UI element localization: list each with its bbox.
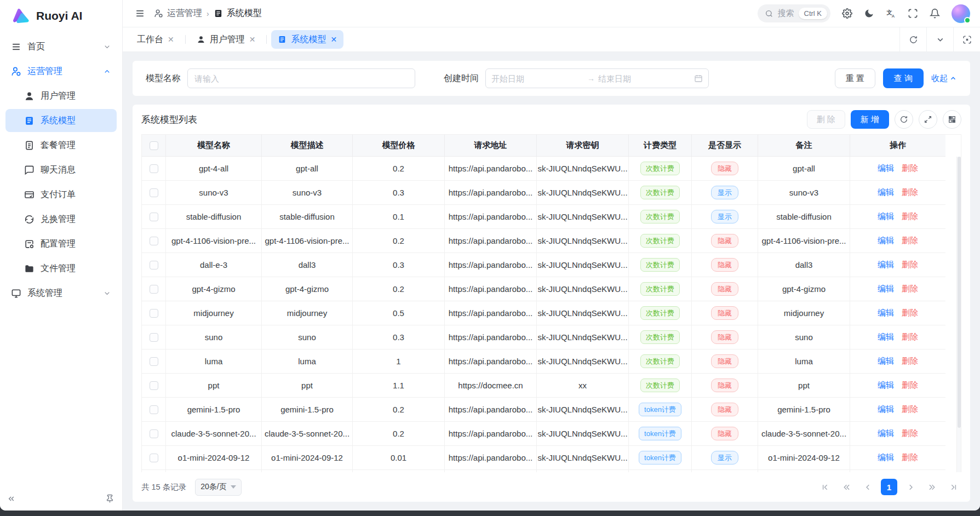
prev-5-pages-button[interactable] [838, 479, 855, 495]
settings-button[interactable] [842, 8, 852, 19]
row-checkbox[interactable] [150, 357, 158, 366]
breadcrumb-system-model[interactable]: 系统模型 [214, 8, 262, 19]
sidebar-item-config-mgmt[interactable]: 配置管理 [5, 232, 117, 255]
next-5-pages-button[interactable] [924, 479, 940, 495]
prev-page-button[interactable] [859, 479, 876, 495]
edit-link[interactable]: 编辑 [878, 332, 894, 342]
add-button[interactable]: 新 增 [851, 110, 889, 129]
end-date-input[interactable] [598, 74, 691, 83]
delete-link[interactable]: 删除 [902, 211, 918, 222]
edit-link[interactable]: 编辑 [878, 308, 894, 318]
row-checkbox[interactable] [150, 405, 158, 414]
delete-selected-button[interactable]: 删 除 [807, 110, 845, 129]
select-all-checkbox[interactable] [150, 141, 158, 150]
model-name-input[interactable] [187, 68, 415, 88]
table-refresh-button[interactable] [895, 110, 913, 129]
cell-remark: gpt-4-gizmo [758, 277, 850, 301]
sidebar-item-system-model[interactable]: 系统模型 [5, 109, 117, 132]
edit-link[interactable]: 编辑 [878, 452, 894, 463]
edit-link[interactable]: 编辑 [878, 356, 894, 366]
reset-button[interactable]: 重 置 [835, 68, 875, 88]
row-checkbox[interactable] [150, 188, 158, 197]
row-checkbox[interactable] [150, 333, 158, 342]
brand-logo[interactable]: Ruoyi AI [0, 0, 122, 32]
row-checkbox[interactable] [150, 381, 158, 390]
last-page-button[interactable] [945, 479, 961, 495]
row-checkbox[interactable] [150, 164, 158, 173]
content-maximize-button[interactable] [953, 27, 980, 51]
row-checkbox[interactable] [150, 285, 158, 294]
language-button[interactable]: 文A [886, 8, 896, 19]
sidebar-item-exchange-mgmt[interactable]: 兑换管理 [5, 208, 117, 231]
sidebar-item-label: 系统模型 [41, 115, 111, 127]
delete-link[interactable]: 删除 [902, 404, 918, 415]
delete-link[interactable]: 删除 [902, 308, 918, 318]
start-date-input[interactable] [491, 74, 584, 83]
row-checkbox[interactable] [150, 213, 158, 221]
delete-link[interactable]: 删除 [902, 452, 918, 463]
sidebar-item-payment-orders[interactable]: 支付订单 [5, 183, 117, 206]
edit-link[interactable]: 编辑 [878, 404, 894, 415]
global-search[interactable]: 搜索 Ctrl K [758, 4, 831, 22]
search-button[interactable]: 查 询 [883, 68, 924, 88]
edit-link[interactable]: 编辑 [878, 260, 894, 270]
tab-workbench[interactable]: 工作台 ✕ [130, 30, 181, 49]
delete-link[interactable]: 删除 [902, 428, 918, 439]
row-checkbox[interactable] [150, 454, 158, 462]
delete-link[interactable]: 删除 [902, 380, 918, 391]
tab-options-button[interactable] [926, 27, 953, 51]
current-page-button[interactable]: 1 [881, 479, 897, 495]
close-icon[interactable]: ✕ [168, 36, 174, 43]
tab-system-model[interactable]: 系统模型 ✕ [271, 30, 343, 49]
sidebar-item-package-mgmt[interactable]: 套餐管理 [5, 134, 117, 157]
row-checkbox[interactable] [150, 429, 158, 438]
edit-link[interactable]: 编辑 [878, 284, 894, 294]
fullscreen-button[interactable] [908, 8, 918, 19]
close-icon[interactable]: ✕ [330, 36, 337, 43]
sidebar-item-operations[interactable]: 运营管理 [5, 60, 117, 83]
delete-link[interactable]: 删除 [902, 187, 918, 198]
edit-link[interactable]: 编辑 [878, 428, 894, 439]
edit-link[interactable]: 编辑 [878, 187, 894, 198]
billing-badge: 次数计费 [640, 282, 680, 296]
dark-mode-button[interactable] [864, 8, 874, 19]
avatar[interactable] [952, 4, 970, 23]
edit-link[interactable]: 编辑 [878, 211, 894, 222]
edit-link[interactable]: 编辑 [878, 163, 894, 174]
row-checkbox[interactable] [150, 237, 158, 245]
edit-link[interactable]: 编辑 [878, 380, 894, 391]
collapse-filters-link[interactable]: 收起 [931, 73, 957, 84]
row-checkbox-cell [142, 181, 166, 205]
next-page-button[interactable] [902, 479, 919, 495]
pin-icon[interactable] [105, 494, 114, 503]
breadcrumb-operations[interactable]: 运营管理 [154, 8, 202, 19]
row-checkbox[interactable] [150, 261, 158, 270]
close-icon[interactable]: ✕ [249, 36, 256, 43]
delete-link[interactable]: 删除 [902, 284, 918, 294]
sidebar-item-user-mgmt[interactable]: 用户管理 [5, 84, 117, 107]
table-scrollbar-thumb[interactable] [958, 157, 961, 428]
notifications-button[interactable] [930, 8, 940, 19]
page-size-select[interactable]: 20条/页 [195, 479, 241, 496]
delete-link[interactable]: 删除 [902, 356, 918, 366]
refresh-tab-button[interactable] [899, 27, 926, 51]
delete-link[interactable]: 删除 [902, 260, 918, 270]
sidebar-item-system-mgmt[interactable]: 系统管理 [5, 282, 117, 305]
sidebar-collapse-button[interactable] [7, 494, 16, 503]
table-fullscreen-button[interactable] [919, 110, 937, 129]
first-page-button[interactable] [817, 479, 833, 495]
visibility-badge: 隐藏 [711, 306, 738, 320]
tab-user-mgmt[interactable]: 用户管理 ✕ [190, 30, 262, 49]
row-checkbox[interactable] [150, 309, 158, 318]
delete-link[interactable]: 删除 [902, 163, 918, 174]
cell-request-key: sk-JIUQLNndqSeKWU... [537, 422, 629, 446]
edit-link[interactable]: 编辑 [878, 236, 894, 246]
delete-link[interactable]: 删除 [902, 332, 918, 342]
delete-link[interactable]: 删除 [902, 236, 918, 246]
sidebar-item-file-mgmt[interactable]: 文件管理 [5, 257, 117, 280]
sidebar-toggle-button[interactable] [135, 8, 145, 19]
sidebar-item-chat-messages[interactable]: 聊天消息 [5, 158, 117, 181]
sidebar-item-home[interactable]: 首页 [5, 35, 117, 58]
column-settings-button[interactable] [943, 110, 961, 129]
date-range-picker[interactable]: → [485, 68, 709, 88]
